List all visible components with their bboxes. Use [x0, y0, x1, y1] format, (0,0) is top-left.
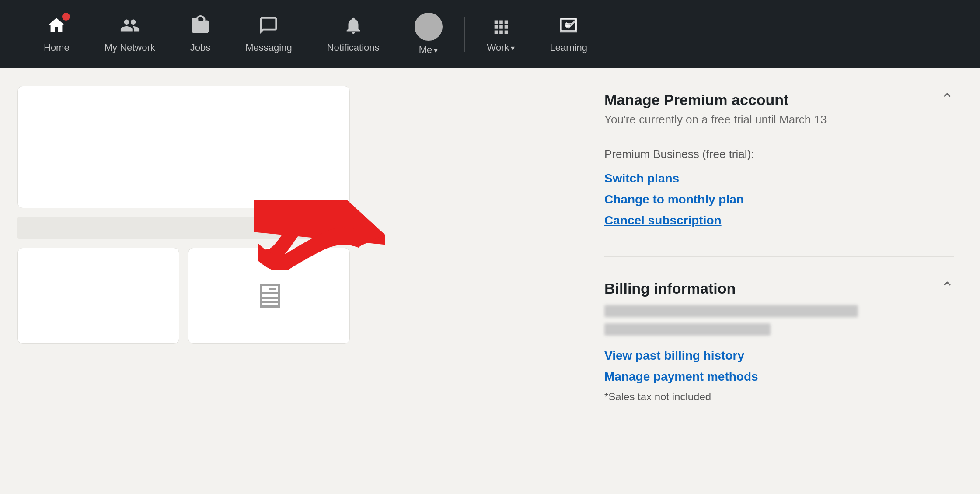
- notifications-label: Notifications: [327, 42, 380, 53]
- my-network-label: My Network: [105, 42, 155, 53]
- messaging-icon: [258, 15, 279, 39]
- billing-section-header: Billing information ⌃: [604, 279, 954, 298]
- manage-payment-link[interactable]: Manage payment methods: [604, 370, 954, 384]
- nav-item-messaging[interactable]: Messaging: [228, 0, 309, 68]
- me-label: Me▾: [419, 44, 438, 56]
- card-small-left: [17, 248, 179, 344]
- premium-section: Manage Premium account You're currently …: [604, 90, 954, 257]
- nav-item-learning[interactable]: Learning: [532, 0, 605, 68]
- red-arrow-container: [254, 200, 385, 270]
- nav-item-notifications[interactable]: Notifications: [310, 0, 397, 68]
- nav-item-me[interactable]: Me▾: [397, 0, 460, 68]
- home-label: Home: [44, 42, 70, 53]
- monitor-icon: 🖥: [251, 276, 286, 316]
- billing-title: Billing information: [604, 279, 736, 298]
- left-panel: 🖥: [0, 68, 578, 494]
- change-monthly-link[interactable]: Change to monthly plan: [604, 193, 954, 207]
- learning-icon: [558, 15, 579, 39]
- blurred-billing-line-2: [604, 323, 771, 336]
- main-area: 🖥: [0, 68, 980, 494]
- right-panel: Manage Premium account You're currently …: [578, 68, 980, 494]
- billing-collapse-button[interactable]: ⌃: [941, 279, 954, 297]
- messaging-label: Messaging: [245, 42, 292, 53]
- notifications-icon: [343, 15, 363, 39]
- jobs-icon: [190, 15, 210, 39]
- work-label: Work▾: [487, 42, 515, 53]
- notification-badge: [62, 13, 70, 21]
- sales-tax-note: *Sales tax not included: [604, 391, 954, 403]
- premium-title: Manage Premium account: [604, 90, 827, 109]
- switch-plans-link[interactable]: Switch plans: [604, 172, 954, 186]
- billing-section: Billing information ⌃ View past billing …: [604, 279, 954, 403]
- work-grid-icon: [491, 15, 511, 39]
- plan-label: Premium Business (free trial):: [604, 147, 954, 161]
- nav-divider: [464, 17, 465, 52]
- nav-item-work[interactable]: Work▾: [470, 0, 533, 68]
- nav-item-my-network[interactable]: My Network: [87, 0, 173, 68]
- nav-item-jobs[interactable]: Jobs: [173, 0, 228, 68]
- navbar: Home My Network Jobs Messaging: [0, 0, 980, 68]
- premium-collapse-button[interactable]: ⌃: [941, 90, 954, 109]
- premium-section-header: Manage Premium account You're currently …: [604, 90, 954, 140]
- premium-title-group: Manage Premium account You're currently …: [604, 90, 827, 140]
- card-top: [17, 86, 350, 208]
- blurred-billing-line-1: [604, 305, 858, 317]
- premium-subtitle: You're currently on a free trial until M…: [604, 113, 827, 126]
- jobs-label: Jobs: [190, 42, 210, 53]
- learning-label: Learning: [550, 42, 587, 53]
- cancel-subscription-link[interactable]: Cancel subscription: [604, 214, 954, 228]
- me-avatar: [415, 13, 443, 41]
- my-network-icon: [120, 15, 140, 39]
- red-arrow-svg: [254, 200, 385, 270]
- view-billing-link[interactable]: View past billing history: [604, 349, 954, 363]
- home-icon: [46, 15, 66, 39]
- nav-item-home[interactable]: Home: [26, 0, 87, 68]
